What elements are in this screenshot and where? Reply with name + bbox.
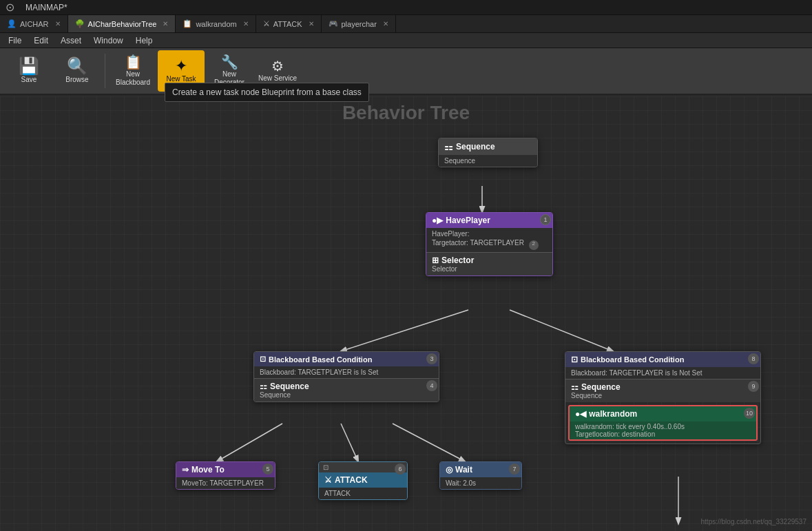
browse-icon: 🔍 <box>67 58 87 74</box>
tab-icon: 🌳 <box>75 19 85 28</box>
node-sequence-mid-sub: 4 ⚏ Sequence Sequence <box>254 378 439 402</box>
tab-icon: 📋 <box>183 19 192 28</box>
tab-aichar[interactable]: 👤 AICHAR ✕ <box>0 15 68 32</box>
svg-line-3 <box>510 310 613 351</box>
node-bb-left[interactable]: 3 ⊡ Blackboard Based Condition Blackboar… <box>253 351 439 402</box>
node-bb-left-header: ⊡ Blackboard Based Condition <box>254 352 439 366</box>
tab-icon: 👤 <box>7 19 17 28</box>
tab-close-icon[interactable]: ✕ <box>243 20 249 28</box>
node-haveplayer[interactable]: 1 ●▶ HavePlayer HavePlayer: Targetactor:… <box>426 212 553 276</box>
task-icon: ✦ <box>175 59 187 74</box>
svg-line-6 <box>393 424 465 461</box>
tab-close-icon[interactable]: ✕ <box>383 20 388 28</box>
canvas[interactable]: Behavior Tree ⚏ Sequence Sequence <box>0 96 812 531</box>
svg-line-4 <box>217 424 282 461</box>
decorator-icon: 🔧 <box>221 55 238 69</box>
toolbar: 💾 Save 🔍 Browse 📋 New Blackboard ✦ New T… <box>0 48 812 95</box>
node-badge-haveplayer: 1 <box>540 214 551 225</box>
bb-right-icon: ⊡ <box>571 355 578 364</box>
attack-icon-small: ⊡ <box>323 464 329 471</box>
attack-icon: ⚔ <box>324 475 332 485</box>
node-sequence-top-body: Sequence <box>439 155 537 167</box>
sequence-mid-icon: ⚏ <box>260 382 267 391</box>
node-bb-right-body: Blackboard: TARGETPLAYER is Is Not Set <box>565 367 760 379</box>
service-icon: ⚙ <box>271 59 284 73</box>
tab-playerchar[interactable]: 🎮 playerchar ✕ <box>322 15 396 32</box>
tab-bar: 👤 AICHAR ✕ 🌳 AICharBehaviorTree ✕ 📋 walk… <box>0 15 812 33</box>
node-haveplayer-header: ●▶ HavePlayer <box>426 213 552 228</box>
node-attack-body: ATTACK <box>319 488 407 499</box>
tab-aichar-behavior-tree[interactable]: 🌳 AICharBehaviorTree ✕ <box>68 15 176 32</box>
tab-icon: 🎮 <box>329 19 338 28</box>
browse-button[interactable]: 🔍 Browse <box>54 50 101 92</box>
node-haveplayer-body: HavePlayer: Targetactor: TARGETPLAYER 2 <box>426 228 552 252</box>
menu-window[interactable]: Window <box>88 34 129 47</box>
haveplayer-icon: ●▶ <box>432 216 443 225</box>
tab-close-icon[interactable]: ✕ <box>309 20 314 28</box>
tab-icon: ⚔ <box>263 19 270 28</box>
menu-bar: File Edit Asset Window Help <box>0 33 812 48</box>
sequence-right-icon: ⚏ <box>571 382 579 392</box>
node-move-to[interactable]: 5 ⇒ Move To MoveTo: TARGETPLAYER <box>176 461 275 490</box>
sequence-icon: ⚏ <box>444 141 453 152</box>
canvas-title: Behavior Tree <box>0 102 812 124</box>
node-wait[interactable]: 7 ◎ Wait Wait: 2.0s <box>439 461 522 490</box>
blackboard-icon: 📋 <box>125 55 142 69</box>
watermark: https://blog.csdn.net/qq_33229537 <box>701 518 806 525</box>
node-attack[interactable]: 6 ⊡ ⚔ ATTACK ATTACK <box>318 461 408 500</box>
app-title: MAINMAP* <box>25 3 67 12</box>
node-sequence-right-sub: 9 ⚏ Sequence Sequence <box>565 379 760 402</box>
new-blackboard-button[interactable]: 📋 New Blackboard <box>110 50 156 92</box>
selector-icon: ⊞ <box>432 256 439 265</box>
title-bar: ⊙ MAINMAP* <box>0 0 812 15</box>
logo-icon: ⊙ <box>6 1 14 14</box>
walkrandom-icon: ●◀ <box>575 409 586 419</box>
node-bb-right[interactable]: 8 ⊡ Blackboard Based Condition Blackboar… <box>565 351 761 444</box>
node-sequence-top-header: ⚏ Sequence <box>439 138 537 155</box>
bb-icon: ⊡ <box>260 355 266 364</box>
node-move-to-header: ⇒ Move To <box>176 462 275 477</box>
node-wait-body: Wait: 2.0s <box>440 477 521 489</box>
save-button[interactable]: 💾 Save <box>6 50 52 92</box>
tab-close-icon[interactable]: ✕ <box>163 20 168 28</box>
node-walkrandom-sub[interactable]: 10 ●◀ walkrandom walkrandom: tick every … <box>568 405 758 441</box>
tooltip: Create a new task node Blueprint from a … <box>165 83 369 102</box>
save-icon: 💾 <box>19 58 39 74</box>
menu-help[interactable]: Help <box>130 34 158 47</box>
node-bb-left-body: Blackboard: TARGETPLAYER is Is Set <box>254 366 439 378</box>
menu-asset[interactable]: Asset <box>55 34 87 47</box>
tab-close-icon[interactable]: ✕ <box>55 20 61 28</box>
tab-attack[interactable]: ⚔ ATTACK ✕ <box>256 15 322 32</box>
moveto-icon: ⇒ <box>182 465 189 475</box>
menu-file[interactable]: File <box>3 34 27 47</box>
node-sequence-top[interactable]: ⚏ Sequence Sequence <box>438 138 538 167</box>
svg-line-2 <box>341 310 468 351</box>
wait-icon: ◎ <box>446 465 452 475</box>
node-selector-sub: ⊞ Selector Selector <box>426 252 552 275</box>
toolbar-separator <box>105 54 105 88</box>
node-move-to-body: MoveTo: TARGETPLAYER <box>176 477 275 489</box>
node-attack-header: ⚔ ATTACK <box>319 472 407 488</box>
tab-walkrandom[interactable]: 📋 walkrandom ✕ <box>176 15 256 32</box>
node-bb-right-header: ⊡ Blackboard Based Condition <box>565 352 760 367</box>
svg-line-5 <box>341 424 358 461</box>
menu-edit[interactable]: Edit <box>28 34 54 47</box>
